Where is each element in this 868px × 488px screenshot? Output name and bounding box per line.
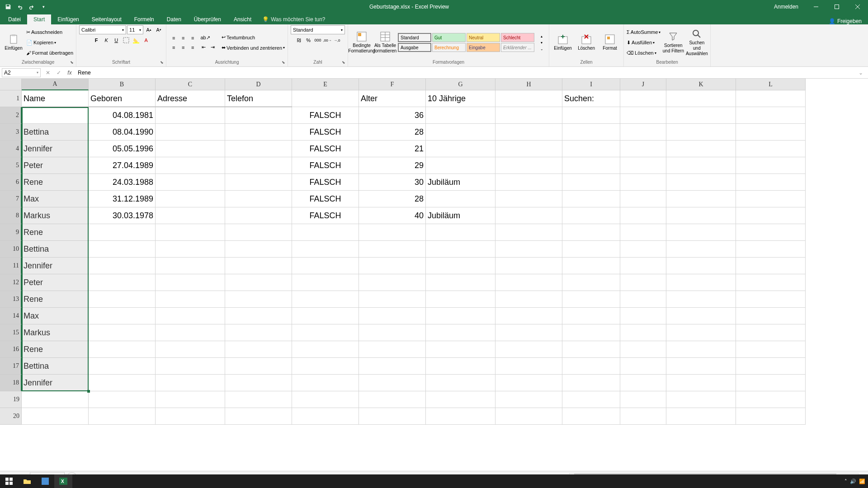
cell-F7[interactable]: 28 — [359, 191, 426, 207]
row-header-17[interactable]: 17 — [0, 358, 22, 375]
cell-D10[interactable] — [225, 241, 292, 258]
cell-B12[interactable] — [89, 274, 156, 291]
cell-K10[interactable] — [666, 241, 736, 258]
format-painter-button[interactable]: 🖌Format übertragen — [26, 48, 73, 58]
cell-J19[interactable] — [620, 391, 666, 408]
cell-K15[interactable] — [666, 324, 736, 341]
cell-F6[interactable]: 30 — [359, 174, 426, 191]
wrap-text-button[interactable]: ↩Textumbruch — [222, 33, 285, 42]
cell-D16[interactable] — [225, 341, 292, 358]
cell-H4[interactable] — [495, 141, 562, 157]
cell-L19[interactable] — [736, 391, 806, 408]
cell-J2[interactable] — [620, 107, 666, 124]
cell-H15[interactable] — [495, 324, 562, 341]
cell-L17[interactable] — [736, 358, 806, 375]
cell-B20[interactable] — [89, 408, 156, 425]
tab-start[interactable]: Start — [27, 14, 51, 24]
cell-I3[interactable] — [562, 124, 620, 141]
dialog-launcher-ausrichtung[interactable]: ⬊ — [280, 59, 287, 66]
cell-D13[interactable] — [225, 291, 292, 308]
cell-E15[interactable] — [292, 324, 359, 341]
cell-A16[interactable]: Rene — [22, 341, 89, 358]
cell-D11[interactable] — [225, 258, 292, 274]
cell-A8[interactable]: Markus — [22, 207, 89, 224]
row-header-8[interactable]: 8 — [0, 207, 22, 224]
cell-J9[interactable] — [620, 224, 666, 241]
cell-H3[interactable] — [495, 124, 562, 141]
cell-J4[interactable] — [620, 141, 666, 157]
cell-H20[interactable] — [495, 408, 562, 425]
col-header-E[interactable]: E — [292, 79, 359, 90]
tray-network-icon[interactable]: 📶 — [859, 479, 865, 484]
cell-E17[interactable] — [292, 358, 359, 375]
col-header-C[interactable]: C — [156, 79, 225, 90]
format-cells-button[interactable]: Format — [599, 28, 621, 57]
cell-E9[interactable] — [292, 224, 359, 241]
cell-I20[interactable] — [562, 408, 620, 425]
row-header-15[interactable]: 15 — [0, 324, 22, 341]
cell-H12[interactable] — [495, 274, 562, 291]
decrease-decimal-button[interactable]: →,0 — [332, 36, 341, 45]
cell-B1[interactable]: Geboren — [89, 90, 156, 107]
maximize-button[interactable] — [826, 0, 847, 14]
cell-G8[interactable]: Jubiläum — [426, 207, 495, 224]
cell-H14[interactable] — [495, 308, 562, 324]
cell-L2[interactable] — [736, 107, 806, 124]
cell-B2[interactable]: 04.08.1981 — [89, 107, 156, 124]
cell-G17[interactable] — [426, 358, 495, 375]
fill-color-button[interactable] — [132, 36, 141, 45]
cell-E18[interactable] — [292, 375, 359, 391]
cell-A7[interactable]: Max — [22, 191, 89, 207]
style-schlecht[interactable]: Schlecht — [501, 33, 534, 42]
increase-indent-button[interactable]: ⇥ — [208, 43, 217, 52]
style-gut[interactable]: Gut — [432, 33, 466, 42]
cell-A19[interactable] — [22, 391, 89, 408]
cell-C15[interactable] — [156, 324, 225, 341]
cell-C2[interactable] — [156, 107, 225, 124]
cell-G12[interactable] — [426, 274, 495, 291]
select-all-corner[interactable] — [0, 79, 22, 90]
insert-cells-button[interactable]: Einfügen — [552, 28, 574, 57]
cell-L1[interactable] — [736, 90, 806, 107]
cell-D18[interactable] — [225, 375, 292, 391]
row-header-14[interactable]: 14 — [0, 308, 22, 324]
cell-B6[interactable]: 24.03.1988 — [89, 174, 156, 191]
cell-D2[interactable] — [225, 107, 292, 124]
align-top-button[interactable]: ≡ — [169, 33, 178, 42]
cell-E13[interactable] — [292, 291, 359, 308]
cell-E16[interactable] — [292, 341, 359, 358]
style-standard[interactable]: Standard — [398, 33, 431, 42]
cell-F11[interactable] — [359, 258, 426, 274]
cell-K17[interactable] — [666, 358, 736, 375]
cell-G11[interactable] — [426, 258, 495, 274]
cell-I1[interactable]: Suchen: — [562, 90, 620, 107]
number-format-combo[interactable]: Standard▾ — [291, 25, 345, 34]
cell-C1[interactable]: Adresse — [156, 90, 225, 107]
cell-F10[interactable] — [359, 241, 426, 258]
cell-B15[interactable] — [89, 324, 156, 341]
cell-F3[interactable]: 28 — [359, 124, 426, 141]
thousands-button[interactable]: 000 — [313, 36, 322, 45]
cell-H10[interactable] — [495, 241, 562, 258]
copy-button[interactable]: 📄Kopieren▾ — [26, 38, 73, 47]
decrease-font-button[interactable]: A▾ — [154, 25, 163, 34]
cell-K4[interactable] — [666, 141, 736, 157]
cell-G2[interactable] — [426, 107, 495, 124]
cell-L4[interactable] — [736, 141, 806, 157]
cell-J13[interactable] — [620, 291, 666, 308]
cell-A15[interactable]: Markus — [22, 324, 89, 341]
italic-button[interactable]: K — [102, 36, 111, 45]
cell-C10[interactable] — [156, 241, 225, 258]
tab-ueberpruefen[interactable]: Überprüfen — [188, 14, 227, 24]
cell-L12[interactable] — [736, 274, 806, 291]
cell-A1[interactable]: Name — [22, 90, 89, 107]
cell-G5[interactable] — [426, 157, 495, 174]
cell-G4[interactable] — [426, 141, 495, 157]
cell-B10[interactable] — [89, 241, 156, 258]
cell-H6[interactable] — [495, 174, 562, 191]
cell-K18[interactable] — [666, 375, 736, 391]
cell-I11[interactable] — [562, 258, 620, 274]
style-neutral[interactable]: Neutral — [467, 33, 500, 42]
save-icon[interactable] — [3, 1, 14, 12]
cell-G13[interactable] — [426, 291, 495, 308]
